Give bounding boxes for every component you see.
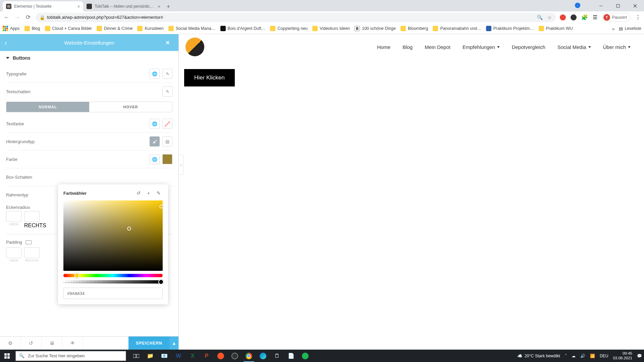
nav-depot[interactable]: Mein Depot — [425, 44, 450, 50]
clock[interactable]: 09:45 03.08.2021 — [613, 351, 632, 361]
tab-normal[interactable]: NORMAL — [6, 102, 89, 112]
hex-input[interactable] — [63, 288, 163, 299]
bookmark-item[interactable]: Dinner & Crime — [97, 26, 132, 31]
alpha-handle[interactable] — [158, 279, 164, 285]
edge-icon[interactable] — [256, 350, 270, 362]
bookmarks-overflow-icon[interactable]: » — [612, 26, 614, 32]
panel-close-button[interactable]: × — [166, 39, 174, 47]
notifications-icon[interactable]: 💬 — [637, 354, 642, 358]
close-icon[interactable]: × — [77, 4, 80, 9]
bookmark-item[interactable]: Videokurs Ideen — [312, 26, 350, 31]
app-icon[interactable]: 📄 — [284, 350, 298, 362]
chrome-icon[interactable] — [242, 350, 256, 362]
settings-button[interactable]: ⚙ — [0, 337, 21, 350]
extensions-menu-icon[interactable]: 🧩 — [581, 14, 588, 20]
bookmark-item[interactable]: Panoramabahn und… — [433, 26, 481, 31]
saturation-field[interactable] — [63, 200, 163, 271]
bookmark-item[interactable]: Bloomberg — [400, 26, 428, 31]
new-tab-button[interactable]: + — [164, 2, 173, 11]
spotify-icon[interactable] — [299, 350, 312, 362]
reading-list-icon[interactable]: ☰ — [593, 14, 597, 20]
update-badge-icon[interactable]: ↑ — [575, 3, 580, 8]
task-view-button[interactable] — [129, 350, 143, 362]
close-icon[interactable]: × — [158, 4, 160, 9]
tray-chevron-up-icon[interactable]: ˄ — [565, 354, 567, 358]
mail-icon[interactable]: 📧 — [158, 350, 171, 362]
forward-button[interactable]: → — [14, 14, 21, 21]
alpha-slider[interactable] — [63, 280, 163, 284]
section-buttons[interactable]: Buttons — [0, 51, 178, 65]
powerpoint-icon[interactable]: P — [200, 350, 213, 362]
profile-badge[interactable]: T Pausiert — [602, 13, 631, 22]
weather-widget[interactable]: ☁️ 20°C Stark bewölkt — [517, 353, 560, 358]
edit-icon[interactable]: ✎ — [162, 86, 172, 97]
saturation-handle[interactable] — [127, 227, 131, 231]
nav-home[interactable]: Home — [377, 44, 390, 50]
tab-hover[interactable]: HOVER — [89, 102, 172, 112]
brave-icon[interactable] — [214, 350, 227, 362]
apps-button[interactable]: Apps — [3, 26, 20, 31]
preview-button[interactable]: 👁 — [62, 337, 83, 350]
nav-empfehlungen[interactable]: Empfehlungen — [463, 44, 500, 50]
word-icon[interactable]: W — [172, 350, 185, 362]
bookmark-item[interactable]: Bois d'Argent Duft… — [220, 26, 266, 31]
kebab-menu-icon[interactable]: ⋮ — [635, 14, 641, 20]
panel-collapse-handle[interactable]: ‹ — [179, 155, 183, 175]
zoom-icon[interactable]: 🔍 — [537, 15, 543, 20]
bg-gradient-button[interactable]: ▨ — [162, 136, 172, 146]
preview-button-widget[interactable]: Hier Klicken — [184, 69, 235, 86]
bg-classic-button[interactable]: 🖌 — [150, 136, 160, 146]
save-caret-button[interactable]: ▴ — [170, 337, 178, 350]
bookmark-item[interactable]: B100 schöne Dinge — [355, 26, 396, 31]
bookmark-item[interactable]: Praktikum WU — [539, 26, 573, 31]
bookmark-item[interactable]: Social Media Mana… — [168, 26, 216, 31]
dim-input-right[interactable] — [24, 211, 40, 222]
taskbar-search[interactable]: 🔍 Zur Suche Text hier eingeben — [15, 351, 126, 361]
obs-icon[interactable] — [228, 350, 241, 362]
history-button[interactable]: ↺ — [21, 337, 42, 350]
globe-icon[interactable]: 🌐 — [150, 69, 160, 79]
address-bar[interactable]: 🔒 tobitalk.at/wp-admin/post.php?post=627… — [36, 13, 556, 22]
dim-input-top[interactable] — [6, 247, 21, 258]
hue-handle[interactable] — [74, 273, 79, 278]
nav-social[interactable]: Social Media — [557, 44, 591, 50]
bookmark-item[interactable]: Cloud + Canva Bilder — [45, 26, 92, 31]
saturation-target-handle[interactable] — [159, 204, 163, 208]
volume-icon[interactable]: 🔊 — [580, 354, 585, 358]
explorer-icon[interactable]: 📁 — [144, 350, 157, 362]
language-indicator[interactable]: DEU — [600, 354, 608, 358]
add-icon[interactable]: + — [145, 189, 153, 197]
app-icon[interactable]: 🗒 — [270, 350, 284, 362]
nav-blog[interactable]: Blog — [402, 44, 413, 50]
excel-icon[interactable]: X — [186, 350, 199, 362]
panel-back-button[interactable]: ‹ — [5, 39, 13, 47]
reading-list-button[interactable]: ▤Leseliste — [619, 26, 641, 31]
dim-input-top[interactable] — [6, 211, 21, 222]
responsive-icon[interactable] — [25, 240, 32, 244]
edit-icon[interactable]: ✎ — [162, 69, 172, 79]
wifi-icon[interactable]: 📶 — [590, 354, 595, 358]
color-swatch[interactable] — [162, 154, 172, 164]
start-button[interactable] — [0, 350, 14, 362]
close-window-button[interactable] — [628, 1, 643, 11]
back-button[interactable]: ← — [3, 14, 10, 21]
bookmark-item[interactable]: Copywriting neu — [270, 26, 308, 31]
reset-icon[interactable]: ↺ — [135, 189, 143, 197]
tab-tobitalk[interactable]: TobiTalk – Aktien und persönliche… × — [83, 1, 164, 11]
bookmark-item[interactable]: Kursideen — [137, 26, 163, 31]
dim-input-right[interactable] — [24, 247, 40, 258]
maximize-button[interactable] — [610, 1, 626, 11]
bookmark-item[interactable]: Blog — [24, 26, 40, 31]
onedrive-icon[interactable]: ☁ — [572, 354, 576, 358]
bookmark-item[interactable]: Praktikum Projektm… — [486, 26, 534, 31]
nav-depotvergleich[interactable]: Depotvergleich — [512, 44, 545, 50]
eyedropper-icon[interactable]: ✎ — [155, 189, 163, 197]
extension-icon[interactable] — [560, 14, 566, 20]
globe-icon[interactable]: 🌐 — [150, 154, 160, 164]
site-logo[interactable] — [185, 38, 204, 56]
hue-slider[interactable] — [63, 274, 163, 277]
extension-icon[interactable] — [571, 14, 577, 20]
reload-button[interactable]: ⟳ — [25, 14, 32, 21]
bookmark-star-icon[interactable]: ☆ — [547, 15, 552, 20]
color-swatch-none[interactable] — [162, 119, 172, 129]
